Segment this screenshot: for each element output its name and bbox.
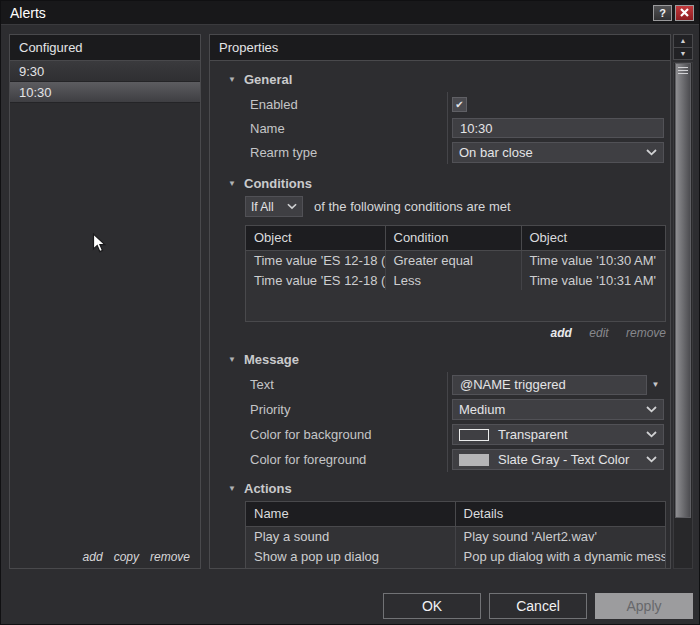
cell: Greater equal	[385, 250, 521, 270]
foreground-color-label: Color for foreground	[210, 452, 447, 467]
section-general[interactable]: ▼ General	[210, 69, 670, 89]
name-label: Name	[210, 121, 447, 136]
close-button[interactable]	[675, 5, 694, 21]
chevron-down-icon	[287, 203, 297, 210]
collapse-triangle-icon: ▼	[228, 75, 244, 84]
collapse-triangle-icon: ▼	[228, 355, 244, 364]
background-color-label: Color for background	[210, 427, 447, 442]
alerts-dialog: Alerts ? Configured 9:30 10:30 add copy …	[0, 0, 700, 625]
cell: Play a sound	[246, 526, 455, 546]
column-header[interactable]: Details	[455, 502, 666, 526]
remove-link[interactable]: remove	[626, 326, 666, 340]
section-message[interactable]: ▼ Message	[210, 349, 670, 369]
cell: Show a pop up dialog	[246, 546, 455, 566]
priority-row: Priority Medium	[210, 397, 670, 422]
rearm-row: Rearm type On bar close	[210, 140, 670, 164]
cell: Time value 'ES 12-18 (1	[246, 250, 385, 270]
ok-button[interactable]: OK	[383, 593, 481, 619]
cell: Time value '10:30 AM'	[521, 250, 666, 270]
background-color-row: Color for background Transparent	[210, 422, 670, 447]
scroll-down-icon[interactable]: ▼	[674, 48, 692, 60]
section-title: Message	[244, 352, 299, 367]
background-color-select[interactable]: Transparent	[452, 424, 664, 445]
help-button[interactable]: ?	[653, 5, 672, 21]
scrollbar-thumb[interactable]	[675, 63, 691, 518]
foreground-color-value: Slate Gray - Text Color	[498, 452, 629, 467]
gray-swatch-icon	[459, 454, 489, 466]
rearm-value: On bar close	[459, 145, 533, 160]
condition-match-row: If All of the following conditions are m…	[245, 196, 670, 217]
transparent-swatch-icon	[459, 429, 489, 441]
rearm-label: Rearm type	[210, 145, 447, 160]
column-header[interactable]: Condition	[385, 226, 521, 250]
conditions-table[interactable]: Object Condition Object Time value 'ES 1…	[245, 225, 666, 322]
remove-link[interactable]: remove	[150, 550, 190, 564]
add-link[interactable]: add	[83, 550, 103, 564]
chevron-down-icon	[646, 149, 657, 156]
titlebar-buttons: ?	[653, 5, 694, 21]
properties-content: ▼ General Enabled ✔ Name	[210, 61, 670, 568]
copy-link[interactable]: copy	[114, 550, 139, 564]
text-row: Text @NAME triggered ▼	[210, 372, 670, 397]
column-header[interactable]: Name	[246, 502, 455, 526]
window-title: Alerts	[6, 5, 46, 21]
configured-header: Configured	[10, 35, 200, 61]
list-item[interactable]: 9:30	[10, 61, 200, 82]
enabled-checkbox[interactable]: ✔	[452, 97, 467, 112]
enabled-row: Enabled ✔	[210, 92, 670, 116]
foreground-color-select[interactable]: Slate Gray - Text Color	[452, 449, 664, 470]
action-row[interactable]: Show a pop up dialog Pop up dialog with …	[246, 546, 666, 566]
priority-select[interactable]: Medium	[452, 399, 664, 420]
match-select[interactable]: If All	[245, 196, 303, 217]
configured-list: 9:30 10:30	[10, 61, 200, 103]
configured-panel: Configured 9:30 10:30 add copy remove	[9, 34, 201, 569]
scrollbar-column: ▲ ▼	[673, 34, 693, 569]
match-value: If All	[251, 200, 274, 214]
cell: Time value 'ES 12-18 (1	[246, 270, 385, 290]
rearm-select[interactable]: On bar close	[452, 142, 664, 163]
titlebar[interactable]: Alerts ?	[1, 1, 699, 25]
footer: OK Cancel Apply	[383, 593, 693, 619]
section-actions[interactable]: ▼ Actions	[210, 478, 670, 498]
column-header[interactable]: Object	[246, 226, 385, 250]
chevron-down-icon	[646, 406, 657, 413]
dropdown-triangle-icon[interactable]: ▼	[647, 380, 664, 389]
section-title: Actions	[244, 481, 292, 496]
scroll-spin-box: ▲ ▼	[673, 34, 693, 60]
message-text-field[interactable]: @NAME triggered	[452, 375, 647, 395]
scroll-up-icon[interactable]: ▲	[674, 35, 692, 48]
column-header[interactable]: Object	[521, 226, 666, 250]
properties-panel: Properties ▼ General Enabled ✔ Name	[209, 34, 693, 569]
section-title: General	[244, 72, 292, 87]
list-item-selected[interactable]: 10:30	[10, 82, 200, 103]
enabled-label: Enabled	[210, 97, 447, 112]
cell: Play sound 'Alert2.wav'	[455, 526, 666, 546]
background-color-value: Transparent	[498, 427, 568, 442]
help-icon: ?	[659, 7, 666, 19]
condition-row[interactable]: Time value 'ES 12-18 (1 Less Time value …	[246, 270, 666, 290]
cell: Time value '10:31 AM'	[521, 270, 666, 290]
match-text: of the following conditions are met	[314, 199, 511, 214]
actions-table[interactable]: Name Details Play a sound Play sound 'Al…	[245, 501, 666, 568]
scrollbar-track[interactable]	[673, 62, 693, 569]
cell: Less	[385, 270, 521, 290]
actions-header-row: Name Details	[246, 502, 666, 526]
name-row: Name	[210, 116, 670, 140]
cancel-button[interactable]: Cancel	[489, 593, 587, 619]
configured-links: add copy remove	[83, 550, 190, 564]
section-conditions[interactable]: ▼ Conditions	[210, 173, 670, 193]
foreground-color-row: Color for foreground Slate Gray - Text C…	[210, 447, 670, 472]
add-link[interactable]: add	[551, 326, 572, 340]
priority-label: Priority	[210, 402, 447, 417]
properties-main: Properties ▼ General Enabled ✔ Name	[209, 34, 671, 569]
priority-value: Medium	[459, 402, 505, 417]
chevron-down-icon	[646, 456, 657, 463]
properties-header: Properties	[210, 35, 670, 61]
apply-button[interactable]: Apply	[595, 593, 693, 619]
name-input[interactable]	[452, 118, 664, 138]
condition-row[interactable]: Time value 'ES 12-18 (1 Greater equal Ti…	[246, 250, 666, 270]
edit-link[interactable]: edit	[589, 326, 608, 340]
collapse-triangle-icon: ▼	[228, 484, 244, 493]
action-row[interactable]: Play a sound Play sound 'Alert2.wav'	[246, 526, 666, 546]
cell: Pop up dialog with a dynamic messa	[455, 546, 666, 566]
